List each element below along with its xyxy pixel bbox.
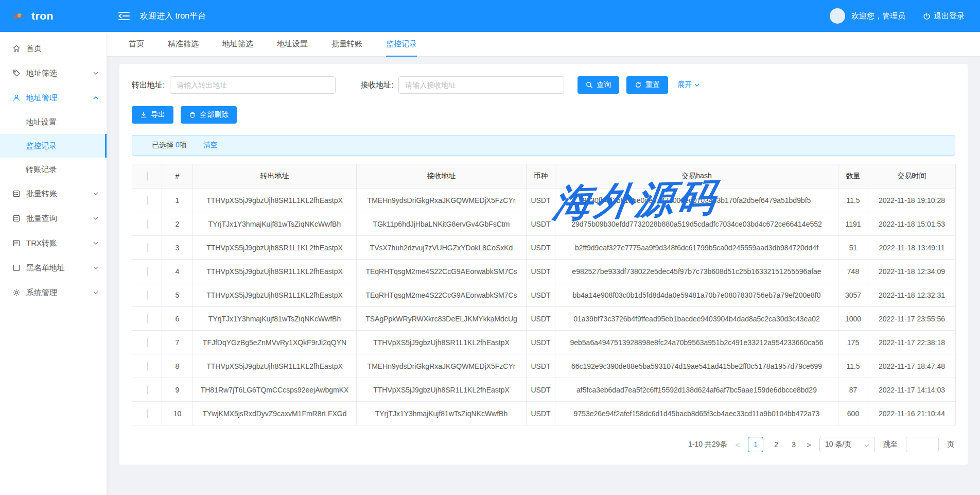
cell-to-address: TMEHn9ydsDriGkgRxaJKGQWMEDjX5FzCYr: [357, 189, 527, 212]
menu-fold-icon[interactable]: [118, 11, 130, 21]
cell-from-address: TYrjTJx1Y3hmajKujf81wTsZiqNKcWwfBh: [193, 212, 357, 236]
cell-tx-hash: 9753e26e94f2afef158dc6d1d45bacb8d65f3cb4…: [555, 402, 838, 425]
table-body: 1 TTHVpXS5jJ9gbzUjh8SR1L1KL2fhEastpX TME…: [132, 189, 956, 425]
sidebar-item-blacklist-address[interactable]: 黑名单地址: [0, 255, 107, 280]
sidebar-item-home[interactable]: 首页: [0, 36, 107, 61]
app-header: tron 欢迎进入 tron平台 欢迎您，管理员 退出登录: [0, 0, 980, 32]
reset-button[interactable]: 重置: [626, 76, 668, 94]
cell-from-address: TH81Rw7jT6LG6TQmCCcsps92eejAwbgmKX: [193, 378, 357, 402]
logout-button[interactable]: 退出登录: [923, 11, 965, 21]
cell-tx-time: 2022-11-17 18:47:48: [868, 354, 956, 378]
to-address-input[interactable]: [398, 76, 564, 94]
sidebar-subitem-monitor-records[interactable]: 监控记录: [0, 134, 107, 158]
next-page-icon[interactable]: >: [807, 440, 811, 449]
cell-index: 1: [162, 189, 193, 212]
cell-amount: 1000: [838, 307, 868, 331]
row-checkbox[interactable]: [147, 291, 148, 300]
cell-tx-time: 2022-11-16 21:10:44: [868, 402, 956, 425]
download-icon: [140, 111, 147, 118]
page-number-2[interactable]: 2: [772, 440, 781, 449]
cell-tx-time: 2022-11-18 12:34:09: [868, 260, 956, 283]
cell-coin: USDT: [527, 307, 555, 331]
tab-batch-transfer[interactable]: 批量转账: [331, 32, 362, 56]
cell-coin: USDT: [527, 402, 555, 425]
row-checkbox[interactable]: [147, 338, 148, 347]
chevron-down-icon: [93, 291, 98, 294]
to-address-label: 接收地址:: [360, 80, 393, 90]
app-logo: tron: [0, 10, 107, 22]
row-checkbox[interactable]: [147, 385, 148, 395]
page-size-select[interactable]: 10 条/页: [819, 437, 875, 452]
cell-to-address: TGk11p6hdJjHbaLNKitG8ervGv4GbFsCtm: [357, 212, 527, 236]
row-checkbox[interactable]: [147, 219, 148, 229]
cell-from-address: TTHVpXS5jJ9gbzUjh8SR1L1KL2fhEastpX: [193, 189, 357, 212]
sidebar-item-address-filter[interactable]: 地址筛选: [0, 61, 107, 86]
cell-coin: USDT: [527, 354, 555, 378]
sidebar-item-batch-transfer[interactable]: 批量转账: [0, 181, 107, 206]
tab-home[interactable]: 首页: [129, 32, 144, 56]
col-from-address: 转出地址: [193, 164, 357, 189]
cell-index: 4: [162, 260, 193, 283]
cell-coin: USDT: [527, 283, 555, 307]
col-index: #: [162, 164, 193, 189]
page-number-1[interactable]: 1: [748, 437, 763, 452]
tab-address-settings[interactable]: 地址设置: [277, 32, 308, 56]
page-number-3[interactable]: 3: [789, 440, 798, 449]
cell-tx-hash: 9eb5a6a4947513928898e8fc24a70b9563a951b2…: [555, 331, 838, 354]
tabbar: 首页 精准筛选 地址筛选 地址设置 批量转账 监控记录: [107, 32, 980, 57]
clear-selection-link[interactable]: 清空: [203, 141, 218, 150]
refresh-icon: [635, 81, 642, 89]
from-address-label: 转出地址:: [132, 80, 165, 90]
cell-coin: USDT: [527, 212, 555, 236]
cell-coin: USDT: [527, 378, 555, 402]
search-button[interactable]: 查询: [577, 76, 619, 94]
table-row: 9 TH81Rw7jT6LG6TQmCCcsps92eejAwbgmKX TTH…: [132, 378, 956, 402]
cell-coin: USDT: [527, 331, 555, 354]
cell-amount: 11.5: [838, 354, 868, 378]
col-coin: 币种: [527, 164, 555, 189]
sidebar-item-batch-query[interactable]: 批量查询: [0, 206, 107, 231]
cell-tx-time: 2022-11-18 15:01:53: [868, 212, 956, 236]
expand-link[interactable]: 展开: [677, 80, 699, 90]
cell-tx-time: 2022-11-17 22:38:18: [868, 331, 956, 354]
user-greeting: 欢迎您，管理员: [851, 11, 905, 21]
tab-monitor-records[interactable]: 监控记录: [386, 32, 417, 56]
row-checkbox[interactable]: [147, 409, 148, 418]
from-address-input[interactable]: [170, 76, 336, 94]
row-checkbox[interactable]: [147, 362, 148, 371]
cell-coin: USDT: [527, 236, 555, 260]
chevron-down-icon: [93, 192, 98, 195]
cell-to-address: TEqRHTqsgM2me4S22CcG9AEorwabkSM7Cs: [357, 283, 527, 307]
delete-all-button[interactable]: 全部删除: [181, 106, 237, 124]
selected-suffix: 项: [180, 141, 187, 149]
prev-page-icon[interactable]: <: [735, 440, 740, 449]
table-row: 3 TTHVpXS5jJ9gbzUjh8SR1L1KL2fhEastpX TVs…: [132, 236, 956, 260]
cell-tx-hash: 01a39bf73c3726b4f9ffead95eb1bacdee940390…: [555, 307, 838, 331]
sidebar-subitem-transfer-records[interactable]: 转账记录: [0, 158, 107, 181]
row-checkbox[interactable]: [147, 196, 148, 205]
chevron-down-icon: [694, 83, 699, 87]
jump-page-input[interactable]: [906, 437, 939, 452]
row-checkbox[interactable]: [147, 243, 148, 252]
list-icon: [12, 214, 21, 223]
sidebar-subitem-address-settings[interactable]: 地址设置: [0, 110, 107, 134]
tab-precise-filter[interactable]: 精准筛选: [168, 32, 199, 56]
cell-to-address: TTHVpXS5jJ9gbzUjh8SR1L1KL2fhEastpX: [357, 331, 527, 354]
cell-to-address: TVsX7huh2dzvuj7zVUHGZxYDokL8CoSxKd: [357, 236, 527, 260]
tab-address-filter[interactable]: 地址筛选: [222, 32, 253, 56]
tag-icon: [12, 69, 21, 77]
sidebar-item-address-manage[interactable]: 地址管理: [0, 86, 107, 110]
cell-to-address: TYrjTJx1Y3hmajKujf81wTsZiqNKcWwfBh: [357, 402, 527, 425]
list-icon: [12, 239, 21, 247]
sidebar-item-system-manage[interactable]: 系统管理: [0, 280, 107, 305]
cell-coin: USDT: [527, 260, 555, 283]
select-all-checkbox[interactable]: [147, 172, 148, 181]
avatar: [830, 8, 845, 24]
row-checkbox[interactable]: [147, 267, 148, 276]
export-button[interactable]: 导出: [132, 106, 173, 124]
row-checkbox[interactable]: [147, 314, 148, 323]
sidebar-item-trx-transfer[interactable]: TRX转账: [0, 231, 107, 255]
welcome-banner: 欢迎进入 tron平台: [140, 11, 206, 22]
cell-amount: 87: [838, 378, 868, 402]
cell-from-address: TYrjTJx1Y3hmajKujf81wTsZiqNKcWwfBh: [193, 307, 357, 331]
